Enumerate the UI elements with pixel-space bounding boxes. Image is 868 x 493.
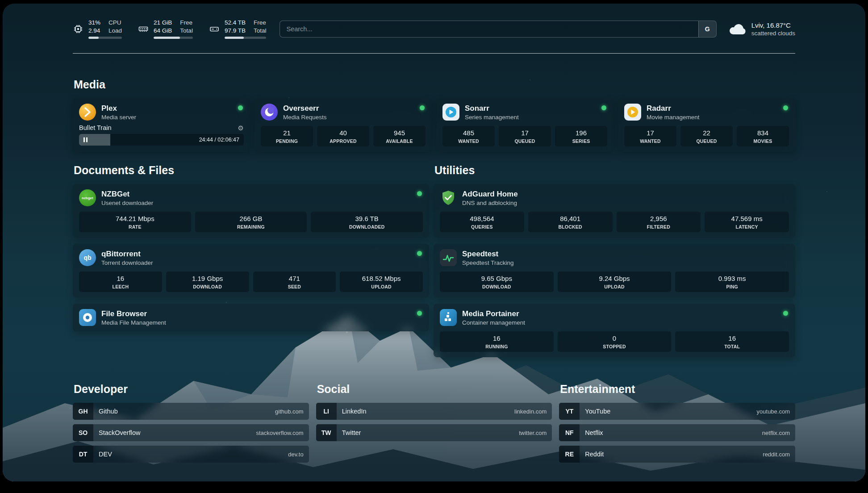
stat-label: RATE <box>81 224 189 230</box>
speedtest-card[interactable]: Speedtest Speedtest Tracking 9.65 Gbps D… <box>434 244 795 297</box>
stat-value: 17 <box>626 129 675 137</box>
stat-label: QUEUED <box>501 138 549 144</box>
playback-progress-bar[interactable]: 24:44 / 02:06:47 <box>79 134 244 146</box>
bookmark-dev[interactable]: DT DEV dev.to <box>73 446 309 463</box>
stat-label: DOWNLOAD <box>442 284 552 289</box>
bookmark-url: twitter.com <box>519 430 547 436</box>
utilities-heading: Utilities <box>434 163 795 177</box>
stat-label: BLOCKED <box>530 224 611 230</box>
bookmark-stackoverflow[interactable]: SO StackOverflow stackoverflow.com <box>73 424 309 441</box>
bookmark-url: stackoverflow.com <box>256 430 303 436</box>
stat-label: SERIES <box>557 138 605 144</box>
filebrowser-card[interactable]: File Browser Media File Management <box>73 304 429 331</box>
bookmark-abbr: DT <box>73 446 93 463</box>
pause-icon[interactable] <box>83 138 88 142</box>
disk-usage-bar-fill <box>225 37 244 39</box>
bookmark-netflix[interactable]: NF Netflix netflix.com <box>559 424 795 441</box>
stat-value: 22 <box>682 129 731 137</box>
nzbget-icon: nzbget <box>79 189 96 206</box>
service-subtitle: Torrent downloader <box>101 259 153 266</box>
bookmark-reddit[interactable]: RE Reddit reddit.com <box>559 446 795 463</box>
search-input[interactable] <box>280 21 716 38</box>
resource-widgets: 31% 2.94 CPU Load <box>73 19 266 39</box>
stat-value: 0.993 ms <box>677 275 787 283</box>
service-name: Overseerr <box>283 104 327 113</box>
bookmark-abbr: YT <box>559 403 580 420</box>
bookmark-linkedin[interactable]: LI LinkedIn linkedin.com <box>316 403 552 420</box>
adguard-icon <box>440 189 457 206</box>
bookmark-twitter[interactable]: TW Twitter twitter.com <box>316 424 552 441</box>
service-name: Plex <box>101 104 136 113</box>
bookmark-github[interactable]: GH Github github.com <box>73 403 309 420</box>
stat-downloaded: 39.6 TB DOWNLOADED <box>311 212 423 232</box>
bookmark-url: github.com <box>275 408 304 415</box>
social-bookmarks: Social LI LinkedIn linkedin.com TW Twitt… <box>316 382 552 467</box>
stat-label: PENDING <box>263 138 311 144</box>
stat-label: UPLOAD <box>342 284 421 289</box>
portainer-card[interactable]: Media Portainer Container management 16 … <box>434 304 795 357</box>
stat-value: 17 <box>501 129 549 137</box>
disk-free-label: Free <box>254 19 267 26</box>
memory-usage-bar <box>154 37 193 39</box>
service-subtitle: Media server <box>101 114 136 121</box>
stat-label: MOVIES <box>739 138 787 144</box>
status-dot-online <box>783 105 788 110</box>
stat-queued: 17 QUEUED <box>499 126 551 146</box>
bookmark-youtube[interactable]: YT YouTube youtube.com <box>559 403 795 420</box>
service-subtitle: Media Requests <box>283 114 327 121</box>
stat-value: 744.21 Mbps <box>81 215 189 223</box>
bookmark-abbr: SO <box>73 424 93 441</box>
stat-wanted: 485 WANTED <box>442 126 495 146</box>
bookmark-abbr: RE <box>559 446 580 463</box>
disk-widget: 52.4 TB 97.9 TB Free Total <box>209 19 267 39</box>
service-name: Sonarr <box>465 104 519 113</box>
sonarr-card[interactable]: Sonarr Series management 485 WANTED 17 Q… <box>436 98 613 152</box>
stat-label: AVAILABLE <box>375 138 424 144</box>
plex-card[interactable]: Plex Media server Bullet Train ⚙ 24:44 /… <box>73 98 250 152</box>
stat-movies: 834 MOVIES <box>737 126 789 146</box>
top-bar: 31% 2.94 CPU Load <box>73 4 795 39</box>
stat-value: 485 <box>444 129 493 137</box>
stat-leech: 16 LEECH <box>79 272 162 292</box>
stat-approved: 40 APPROVED <box>317 126 369 146</box>
stat-queries: 498,564 QUERIES <box>440 212 524 232</box>
now-playing-title: Bullet Train <box>79 124 112 131</box>
social-heading: Social <box>317 382 552 396</box>
search-provider-button[interactable]: G <box>698 21 716 37</box>
stat-running: 16 RUNNING <box>440 331 554 352</box>
disk-total-label: Total <box>254 27 267 34</box>
stat-value: 16 <box>677 334 787 343</box>
stat-available: 945 AVAILABLE <box>373 126 426 146</box>
stat-wanted: 17 WANTED <box>624 126 676 146</box>
stat-value: 618.52 Mbps <box>342 275 421 283</box>
stat-upload: 618.52 Mbps UPLOAD <box>340 272 423 292</box>
memory-total-label: Total <box>180 27 193 34</box>
bookmark-name: Netflix <box>585 429 603 436</box>
gear-icon[interactable]: ⚙ <box>238 125 244 131</box>
adguard-card[interactable]: AdGuard Home DNS and adblocking 498,564 … <box>434 184 795 238</box>
status-dot-online <box>238 105 243 110</box>
stat-label: QUEUED <box>682 138 731 144</box>
service-name: AdGuard Home <box>462 190 518 199</box>
stat-value: 0 <box>559 334 670 343</box>
radarr-card[interactable]: Radarr Movie management 17 WANTED 22 QUE… <box>618 98 795 152</box>
overseerr-card[interactable]: Overseerr Media Requests 21 PENDING 40 A… <box>255 98 432 152</box>
stat-value: 834 <box>739 129 787 137</box>
bookmark-name: StackOverflow <box>99 429 140 436</box>
status-dot-online <box>417 251 422 256</box>
developer-bookmarks: Developer GH Github github.com SO StackO… <box>73 382 309 467</box>
cloud-icon <box>728 22 746 36</box>
bookmark-abbr: NF <box>559 424 580 441</box>
stat-rate: 744.21 Mbps RATE <box>79 212 191 232</box>
status-dot-online <box>783 311 788 316</box>
entertainment-heading: Entertainment <box>560 382 795 396</box>
service-name: NZBGet <box>101 190 153 199</box>
cpu-usage-bar <box>88 37 122 39</box>
stat-remaining: 266 GB REMAINING <box>195 212 307 232</box>
service-name: File Browser <box>101 309 166 318</box>
stat-value: 16 <box>81 275 160 283</box>
nzbget-card[interactable]: nzbget NZBGet Usenet downloader 744.21 M… <box>73 184 429 238</box>
stat-value: 40 <box>319 129 367 137</box>
qbittorrent-card[interactable]: qb qBittorrent Torrent downloader 16 LEE… <box>73 244 429 297</box>
documents-column: Documents & Files nzbget NZBGet Usenet d… <box>73 163 429 331</box>
